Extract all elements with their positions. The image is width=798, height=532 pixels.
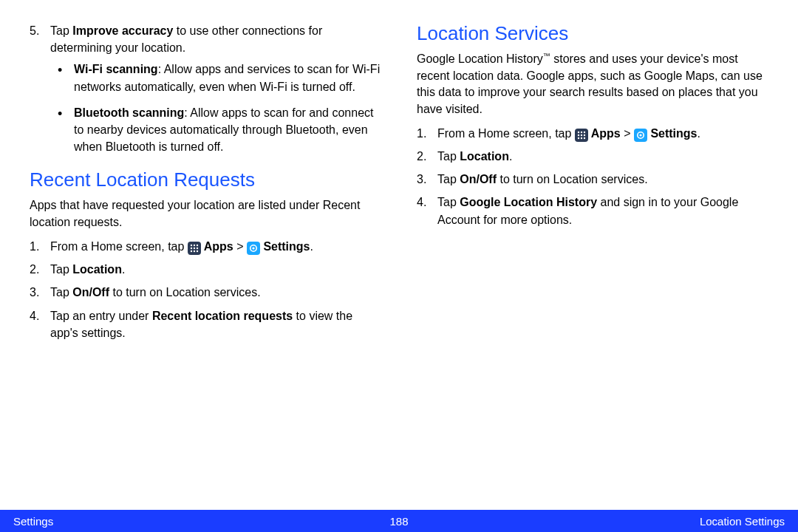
svg-point-13 bbox=[584, 132, 585, 133]
bold-text: Apps bbox=[201, 240, 233, 253]
svg-point-4 bbox=[194, 248, 195, 249]
text: Tap an entry under bbox=[50, 310, 152, 322]
steps-list-left: 1. From a Home screen, tap Apps > Settin… bbox=[30, 238, 381, 341]
list-number: 1. bbox=[30, 238, 39, 255]
list-number: 2. bbox=[30, 261, 39, 278]
apps-icon bbox=[575, 129, 588, 142]
page-number: 188 bbox=[270, 515, 528, 528]
svg-point-0 bbox=[191, 245, 192, 246]
text: to turn on Location services. bbox=[497, 173, 648, 185]
bold-text: Apps bbox=[588, 127, 621, 140]
svg-point-2 bbox=[197, 245, 198, 246]
bold-text: Improve accuracy bbox=[72, 24, 173, 37]
bold-text: On/Off bbox=[460, 173, 497, 185]
footer-subsection-label: Location Settings bbox=[528, 515, 785, 528]
svg-point-15 bbox=[581, 134, 582, 136]
text: Tap bbox=[437, 196, 460, 208]
settings-icon bbox=[247, 242, 260, 255]
apps-icon bbox=[188, 242, 201, 255]
svg-point-10 bbox=[252, 247, 254, 249]
svg-point-21 bbox=[639, 134, 641, 136]
svg-point-11 bbox=[578, 132, 579, 133]
continued-list: 5. Tap Improve accuracy to use other con… bbox=[30, 22, 381, 155]
text: . bbox=[509, 150, 512, 163]
svg-point-12 bbox=[581, 132, 582, 133]
list-number: 5. bbox=[30, 22, 39, 39]
svg-point-8 bbox=[197, 250, 198, 252]
page-footer: Settings 188 Location Settings bbox=[0, 510, 798, 532]
text: Tap bbox=[50, 263, 72, 276]
bold-text: Settings bbox=[260, 240, 310, 253]
list-item: 1. From a Home screen, tap Apps > Settin… bbox=[433, 125, 768, 142]
left-column: 5. Tap Improve accuracy to use other con… bbox=[30, 22, 381, 502]
bullet-item: Bluetooth scanning: Allow apps to scan f… bbox=[71, 104, 381, 156]
text: . bbox=[122, 263, 125, 276]
settings-icon bbox=[634, 129, 647, 142]
bold-text: Settings bbox=[647, 127, 698, 140]
bullet-item: Wi-Fi scanning: Allow apps and services … bbox=[71, 61, 381, 95]
text: > bbox=[233, 240, 247, 253]
text: > bbox=[621, 127, 634, 140]
text: to turn on Location services. bbox=[109, 286, 261, 299]
section-heading-services: Location Services bbox=[417, 22, 768, 45]
svg-point-19 bbox=[584, 137, 585, 139]
list-number: 3. bbox=[417, 171, 426, 188]
list-item: 2. Tap Location. bbox=[433, 148, 768, 165]
text: Tap bbox=[437, 150, 460, 163]
list-number: 1. bbox=[417, 125, 426, 142]
bold-text: Wi-Fi scanning bbox=[74, 63, 158, 75]
trademark-symbol: ™ bbox=[543, 52, 550, 60]
svg-point-17 bbox=[578, 137, 579, 139]
list-number: 2. bbox=[417, 148, 426, 165]
text: Tap bbox=[50, 24, 72, 37]
bold-text: Google Location History bbox=[460, 196, 597, 208]
text: . bbox=[310, 240, 313, 253]
svg-point-5 bbox=[197, 248, 198, 249]
svg-point-1 bbox=[194, 245, 195, 246]
page-body: 5. Tap Improve accuracy to use other con… bbox=[0, 0, 798, 502]
list-item: 4. Tap an entry under Recent location re… bbox=[46, 307, 381, 341]
list-item: 3. Tap On/Off to turn on Location servic… bbox=[46, 284, 381, 301]
text: From a Home screen, tap bbox=[437, 127, 575, 140]
svg-point-16 bbox=[584, 134, 585, 136]
sub-bullets: Wi-Fi scanning: Allow apps and services … bbox=[50, 61, 381, 155]
list-item: 2. Tap Location. bbox=[46, 261, 381, 278]
text: Google Location History bbox=[417, 52, 543, 65]
list-item: 3. Tap On/Off to turn on Location servic… bbox=[433, 171, 768, 188]
intro-text: Google Location History™ stores and uses… bbox=[417, 51, 768, 117]
svg-point-6 bbox=[191, 250, 192, 252]
svg-point-7 bbox=[194, 250, 195, 252]
bold-text: Location bbox=[460, 150, 509, 163]
bold-text: On/Off bbox=[72, 286, 109, 299]
list-item: 4. Tap Google Location History and sign … bbox=[433, 194, 768, 228]
bold-text: Bluetooth scanning bbox=[74, 106, 184, 119]
list-number: 3. bbox=[30, 284, 39, 301]
footer-section-label: Settings bbox=[13, 515, 270, 528]
intro-text: Apps that have requested your location a… bbox=[30, 197, 381, 231]
section-heading-recent: Recent Location Requests bbox=[30, 168, 381, 191]
steps-list-right: 1. From a Home screen, tap Apps > Settin… bbox=[417, 125, 768, 228]
svg-point-3 bbox=[191, 248, 192, 249]
list-item: 5. Tap Improve accuracy to use other con… bbox=[46, 22, 381, 155]
text: Tap bbox=[50, 286, 72, 299]
svg-point-18 bbox=[581, 137, 582, 139]
list-number: 4. bbox=[30, 307, 39, 324]
list-item: 1. From a Home screen, tap Apps > Settin… bbox=[46, 238, 381, 255]
bold-text: Location bbox=[72, 263, 122, 276]
bold-text: Recent location requests bbox=[152, 310, 293, 322]
list-number: 4. bbox=[417, 194, 426, 211]
right-column: Location Services Google Location Histor… bbox=[417, 22, 768, 502]
text: From a Home screen, tap bbox=[50, 240, 188, 253]
svg-point-14 bbox=[578, 134, 579, 136]
text: Tap bbox=[437, 173, 460, 185]
text: . bbox=[698, 127, 700, 140]
